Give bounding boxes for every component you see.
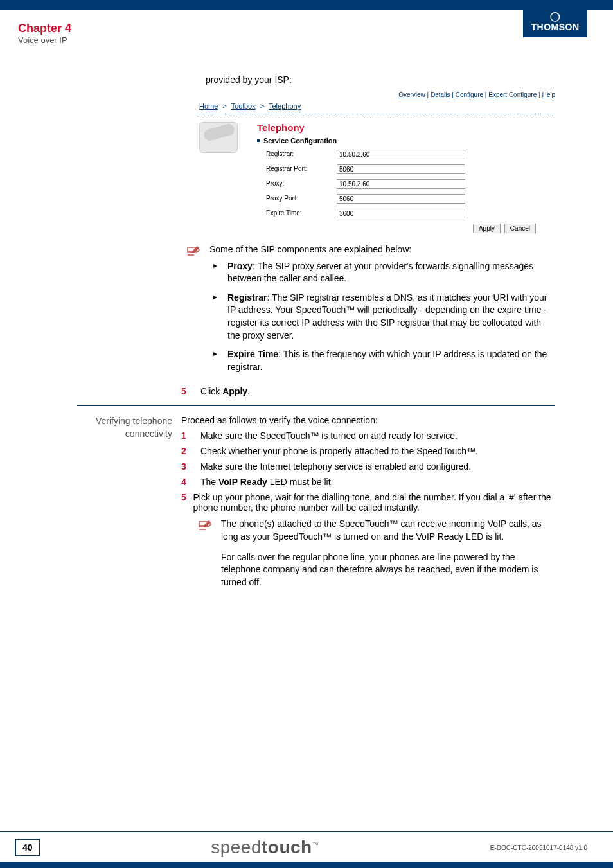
crumb-toolbox[interactable]: Toolbox (231, 102, 256, 110)
service-config-heading: Service Configuration (257, 137, 555, 145)
thomson-brand-text: THOMSON (531, 22, 579, 32)
label-registrar: Registrar: (266, 150, 337, 157)
page-footer: 40 speedtouch™ E-DOC-CTC-20051017-0148 v… (0, 831, 613, 868)
verify-heading: Verifying telephone connectivity (77, 415, 181, 589)
verify-step-1: 1 Make sure the SpeedTouch™ is turned on… (181, 430, 555, 441)
verify-step-2: 2 Check whether your phone is properly a… (181, 446, 555, 456)
sip-intro: Some of the SIP components are explained… (209, 244, 555, 256)
section-divider (77, 405, 555, 406)
nav-details[interactable]: Details (431, 91, 450, 98)
sip-item-registrar: Registrar: The SIP registrar resembles a… (209, 292, 555, 342)
tip-icon (198, 518, 213, 589)
proxy-input[interactable] (337, 179, 465, 189)
nav-configure[interactable]: Configure (456, 91, 483, 98)
sip-item-expire: Expire Time: This is the frequency with … (209, 348, 555, 373)
cancel-button[interactable]: Cancel (504, 224, 536, 233)
verify-step-5: 5 Pick up your phone, wait for the diall… (181, 492, 555, 513)
top-strip (0, 0, 613, 10)
telephony-icon (199, 122, 238, 153)
page-number: 40 (15, 839, 40, 856)
page-header: Chapter 4 Voice over IP ◯ THOMSON (0, 10, 613, 49)
note-icon (186, 244, 202, 380)
verify-step-4: 4 The VoIP Ready LED must be lit. (181, 477, 555, 487)
registrar-port-input[interactable] (337, 164, 465, 174)
nav-overview[interactable]: Overview (398, 91, 425, 98)
expire-time-input[interactable] (337, 209, 465, 218)
label-expire-time: Expire Time: (266, 209, 337, 217)
speedtouch-logo: speedtouch™ (211, 837, 319, 858)
nav-expert-configure[interactable]: Expert Configure (488, 91, 537, 98)
chapter-subtitle: Voice over IP (18, 35, 71, 45)
intro-text: provided by your ISP: (206, 75, 555, 85)
chapter-title: Chapter 4 (18, 22, 71, 35)
telephony-config-screenshot: Overview | Details | Configure | Expert … (199, 91, 555, 233)
step-5-click-apply: 5 Click Apply. (181, 386, 555, 396)
crumb-telephony[interactable]: Telephony (269, 102, 301, 110)
document-id: E-DOC-CTC-20051017-0148 v1.0 (490, 844, 587, 851)
label-proxy-port: Proxy Port: (266, 195, 337, 202)
verify-step-3: 3 Make sure the Internet telephony servi… (181, 461, 555, 472)
thomson-logo-icon: ◯ (529, 12, 581, 21)
tip-voip-calls: The phone(s) attached to the SpeedTouch™… (221, 518, 555, 543)
apply-button[interactable]: Apply (473, 224, 501, 233)
proxy-port-input[interactable] (337, 194, 465, 204)
tip-regular-line: For calls over the regular phone line, y… (221, 551, 555, 589)
thomson-logo: ◯ THOMSON (523, 10, 587, 37)
label-proxy: Proxy: (266, 180, 337, 187)
ui-nav-links: Overview | Details | Configure | Expert … (199, 91, 555, 98)
nav-help[interactable]: Help (542, 91, 555, 98)
verify-intro: Proceed as follows to verify the voice c… (181, 415, 555, 425)
section-title: Telephony (257, 122, 555, 133)
label-registrar-port: Registrar Port: (266, 165, 337, 172)
registrar-input[interactable] (337, 150, 465, 159)
breadcrumb: Home > Toolbox > Telephony (199, 102, 555, 110)
sip-item-proxy: Proxy: The SIP proxy server at your prov… (209, 260, 555, 285)
crumb-home[interactable]: Home (199, 102, 218, 110)
